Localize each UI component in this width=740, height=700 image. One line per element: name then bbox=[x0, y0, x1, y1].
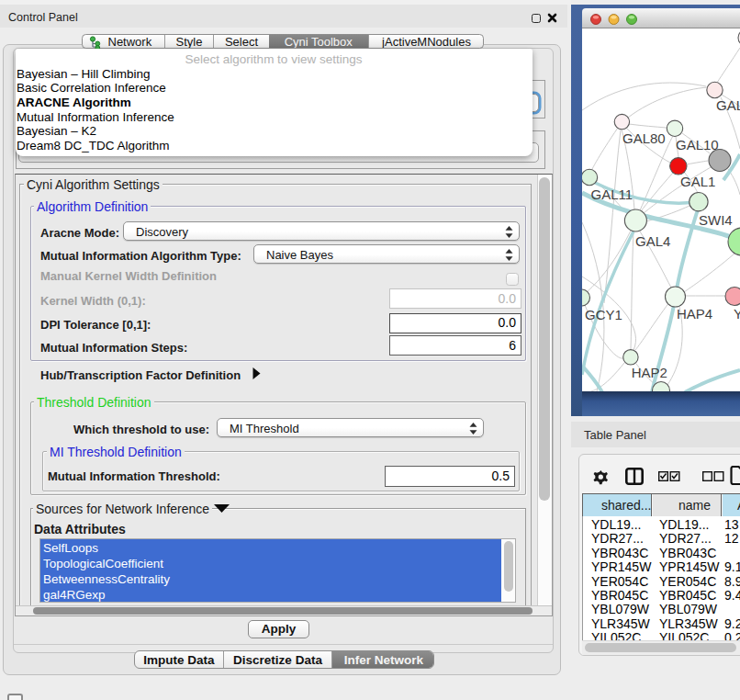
svg-text:GAL10: GAL10 bbox=[676, 137, 719, 152]
svg-text:GCY1: GCY1 bbox=[585, 307, 622, 322]
svg-text:SWI4: SWI4 bbox=[699, 212, 733, 228]
svg-text:GAL4: GAL4 bbox=[635, 233, 670, 249]
svg-text:Y: Y bbox=[734, 306, 740, 322]
svg-text:GAL80: GAL80 bbox=[622, 130, 666, 146]
svg-text:GAL11: GAL11 bbox=[591, 186, 633, 202]
svg-text:GAL1: GAL1 bbox=[680, 174, 715, 189]
svg-text:HAP2: HAP2 bbox=[632, 365, 667, 380]
svg-text:GAL2: GAL2 bbox=[716, 97, 740, 113]
svg-text:HAP4: HAP4 bbox=[677, 306, 712, 322]
